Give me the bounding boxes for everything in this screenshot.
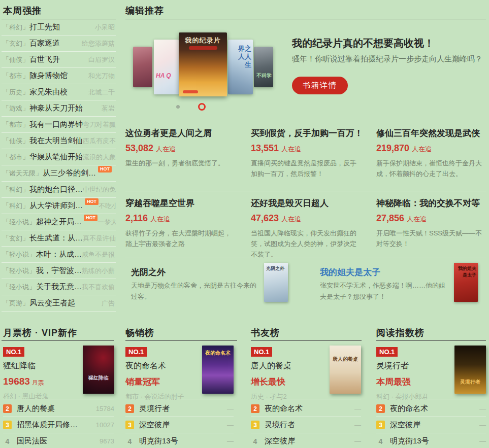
recommend-book-title[interactable]: 神秘降临：我的交换不对等 [376, 198, 485, 209]
carousel-dot-inactive[interactable] [176, 105, 180, 109]
ranking-column: NO.1猩红降临19683月票科幻 · 黑山老鬼猩红降临2唐人的餐桌157843… [3, 345, 114, 448]
cover-label: 光阴之外 [266, 265, 284, 272]
book-author: 流浪的大象 [83, 153, 116, 162]
recommend-item: 这位勇者更是人间之屑53,082人在追重生的那一刻，勇者彻底觉悟了。 [125, 128, 234, 168]
recommend-book-title[interactable]: 这位勇者更是人间之屑 [125, 128, 234, 139]
weekly-book-row[interactable]: 「科幻」打工先知小呆昭 [2, 19, 116, 36]
weekly-book-row[interactable]: 「轻小说」我，宇智波…熟练的小薪 [2, 263, 116, 279]
ranking-row[interactable]: 4深空彼岸— [251, 433, 361, 448]
book-author: 弯刀对着瓢 [83, 120, 116, 129]
weekly-book-row[interactable]: 「仙侠」百世飞升白眉罗汉 [2, 52, 116, 68]
ranking-row[interactable]: 3招黑体质开局修…10027 [3, 417, 114, 433]
weekly-book-row[interactable]: 「轻小说」木叶：从成…咸鱼不是很 [2, 247, 116, 263]
book-author: 白眉罗汉 [88, 55, 116, 64]
ranking-row[interactable]: 4明克街13号— [125, 433, 234, 448]
cover-label: 界之 人人生 [236, 45, 251, 69]
rank-badge: 2 [376, 404, 385, 413]
recommend-book-desc: 开启唯一性天赋！SSS级天赋——不对等交换！ [376, 228, 485, 249]
rank-value: — [227, 437, 234, 445]
carousel-cover-2[interactable]: HA Q [154, 40, 179, 94]
carousel-dot-active[interactable] [198, 103, 206, 111]
weekly-book-row[interactable]: 「都市」我有一口两界钟弯刀对着瓢 [2, 117, 116, 133]
ranking-rows: 2夜的命名术—3深空彼岸—4明克街13号— [376, 401, 486, 448]
recommend-book-title[interactable]: 穿越吞噬星空世界 [125, 198, 234, 209]
follower-count: 27,856人在追 [376, 213, 485, 224]
weekly-book-row[interactable]: 「页游」风云变王者起广告 [2, 295, 116, 312]
rank-book-title: 深空彼岸 [390, 420, 420, 430]
recommend-book-desc: 重生的那一刻，勇者彻底觉悟了。 [125, 158, 234, 168]
book-detail-button[interactable]: 书籍详情 [292, 77, 348, 94]
rank-badge: 3 [251, 421, 259, 429]
ranking-column: NO.1灵境行者本周最强科幻 · 卖报小郎君灵境行者2夜的命名术—3深空彼岸—4… [376, 345, 486, 448]
weekly-book-row[interactable]: 「游戏」神豪从天刀开始茗岩 [2, 100, 116, 117]
hot-badge: HOT [84, 215, 97, 221]
rank-book-title: 招黑体质开局修… [17, 420, 78, 430]
cover-label: HA Q [156, 72, 171, 79]
recommend-book-title[interactable]: 买到假货，反手加购一百万！ [251, 128, 360, 139]
no1-book-cover[interactable]: 灵境行者 [454, 346, 486, 394]
weekly-book-row[interactable]: 「轻小说」超神之开局…HOT一梦大千 [2, 214, 116, 230]
book-author: 熟练的小薪 [82, 266, 116, 275]
carousel-cover-1[interactable] [133, 47, 152, 87]
no1-book-cover[interactable]: 夜的命名术 [202, 346, 234, 394]
featured-book-title[interactable]: 我的纪录片真的不想要高收视！ [292, 37, 434, 50]
weekly-book-row[interactable]: 「轻小说」关于我无意…我不喜欢偷 [2, 279, 116, 295]
rank-badge: 3 [376, 421, 385, 429]
rank-value: — [354, 405, 361, 412]
weekly-book-row[interactable]: 「都市」随身博物馆和光万物 [2, 68, 116, 84]
pair-book-cover[interactable]: 我的姐夫是太子 [454, 263, 478, 302]
pair-book-desc: 张安世不学无术，作恶多端！啊……他的姐夫是太子？那没事了！ [320, 280, 450, 302]
book-author: 中世纪的兔 [83, 185, 116, 194]
carousel-cover-5[interactable]: 不科学 [254, 47, 273, 87]
ranking-no1-block: NO.1灵境行者本周最强科幻 · 卖报小郎君灵境行者 [376, 345, 486, 399]
pair-book-title-hovered[interactable]: 我的姐夫是太子 [320, 266, 380, 278]
ranking-row[interactable]: 2灵境行者— [125, 401, 234, 417]
book-title: 打工先知 [29, 22, 60, 32]
weekly-book-row[interactable]: 「仙侠」我在大明当剑仙西瓜有皮不 [2, 133, 116, 149]
weekly-book-row[interactable]: 「都市」华娱从笔仙开始流浪的大象 [2, 149, 116, 165]
ranking-row[interactable]: 3深空彼岸— [125, 417, 234, 433]
weekly-book-row[interactable]: 「科幻」我的炮台口径…中世纪的兔 [2, 182, 116, 198]
weekly-book-row[interactable]: 「玄幻」百家逐道给您添蘑菇 [2, 36, 116, 52]
ranking-row[interactable]: 2夜的命名术— [251, 401, 361, 417]
weekly-book-row[interactable]: 「科幻」从大学讲师到…HOT不吃小南瓜 [2, 198, 116, 214]
recommend-book-title[interactable]: 修仙三百年突然发现是武侠 [376, 128, 485, 139]
editor-section-title: 编辑推荐 [125, 5, 164, 17]
book-title: 华娱从笔仙开始 [29, 152, 83, 162]
no1-book-cover[interactable]: 猩红降临 [83, 346, 114, 394]
weekly-book-list: 「科幻」打工先知小呆昭「玄幻」百家逐道给您添蘑菇「仙侠」百世飞升白眉罗汉「都市」… [2, 19, 116, 312]
recommend-book-desc: 直播间买的键盘竟然是报废品，反手加购一百万，然后报警！ [251, 158, 360, 179]
book-category-tag: 「页游」 [3, 299, 29, 308]
book-title: 家兄朱由校 [29, 87, 68, 97]
weekly-book-row[interactable]: 「诸天无限」从三少爷的剑…HOT [2, 165, 116, 182]
no1-book-cover[interactable]: 唐人的餐桌 [330, 346, 361, 394]
carousel-cover-4[interactable]: 界之 人人生 [228, 40, 253, 94]
ranking-column: NO.1夜的命名术销量冠军都市 · 会说话的肘子夜的命名术2灵境行者—3深空彼岸… [125, 345, 234, 448]
carousel-cover-active[interactable]: 我的纪录片 [179, 32, 227, 96]
rank-value: — [227, 405, 234, 412]
recommend-book-title[interactable]: 还好我是毁灭日超人 [251, 198, 360, 209]
follower-number: 2,116 [125, 213, 148, 224]
pair-book-cover[interactable]: 光阴之外 [264, 263, 288, 302]
rank-value: — [479, 405, 486, 412]
follower-number: 47,623 [251, 213, 279, 224]
ranking-row[interactable]: 4国民法医9673 [3, 433, 114, 448]
rank-badge: 4 [125, 437, 134, 445]
rank-badge: 3 [125, 421, 134, 429]
ranking-column: NO.1唐人的餐桌增长最快历史 · 孑与2唐人的餐桌2夜的命名术—3灵境行者—4… [251, 345, 361, 448]
ranking-row[interactable]: 3灵境行者— [251, 417, 361, 433]
weekly-book-row[interactable]: 「玄幻」长生武道：从…真不是许仙 [2, 230, 116, 247]
book-category-tag: 「仙侠」 [3, 55, 29, 64]
rank-badge: 3 [3, 421, 12, 429]
ranking-row[interactable]: 3深空彼岸— [376, 417, 486, 433]
pair-book-title[interactable]: 光阴之外 [131, 266, 166, 278]
book-category-tag: 「诸天无限」 [3, 169, 42, 178]
hot-badge: HOT [98, 166, 112, 173]
ranking-row[interactable]: 2唐人的餐桌15784 [3, 401, 114, 417]
weekly-book-row[interactable]: 「历史」家兄朱由校北城二千 [2, 84, 116, 100]
follower-number: 53,082 [125, 143, 153, 154]
ranking-row[interactable]: 2夜的命名术— [376, 401, 486, 417]
recommend-item: 神秘降临：我的交换不对等27,856人在追开启唯一性天赋！SSS级天赋——不对等… [376, 198, 485, 249]
rank-book-title: 夜的命名术 [265, 404, 303, 413]
ranking-row[interactable]: 4明克街13号— [376, 433, 486, 448]
